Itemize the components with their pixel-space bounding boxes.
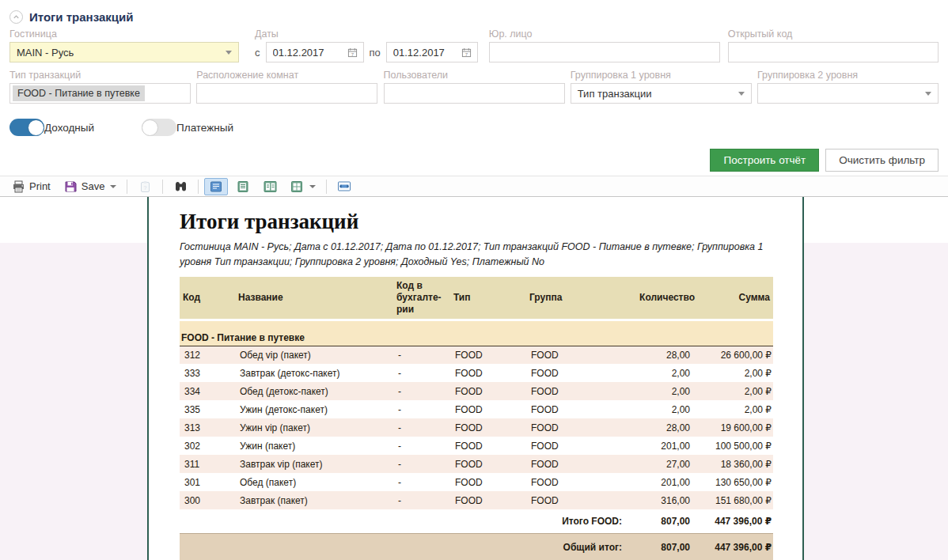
hotel-select[interactable]: MAIN - Русь bbox=[9, 42, 239, 62]
group-header-label: FOOD - Питание в путевке bbox=[180, 320, 773, 346]
grouping1-select[interactable]: Тип транзакции bbox=[571, 83, 752, 104]
table-cell: Ужин (пакет) bbox=[235, 437, 393, 455]
group-total-label: Итого FOOD: bbox=[180, 509, 628, 533]
table-cell: 19 600,00 ₽ bbox=[698, 418, 773, 437]
table-cell: Ужин vip (пакет) bbox=[235, 418, 393, 437]
table-cell: 27,00 bbox=[628, 455, 698, 473]
income-toggle[interactable] bbox=[9, 119, 44, 136]
column-header-accounting-code: Код в бухгалте-рии bbox=[393, 277, 450, 320]
users-input[interactable] bbox=[385, 84, 564, 103]
table-cell: FOOD bbox=[450, 346, 526, 364]
toggle-knob bbox=[28, 119, 44, 136]
table-cell: 18 360,00 ₽ bbox=[698, 455, 773, 473]
calendar-icon[interactable]: 7 bbox=[346, 45, 360, 59]
table-cell: FOOD bbox=[526, 382, 628, 400]
chevron-down-icon bbox=[738, 92, 745, 96]
page-width-button[interactable] bbox=[332, 178, 356, 195]
table-cell: FOOD bbox=[450, 418, 526, 437]
table-cell: - bbox=[393, 437, 450, 455]
table-row: 334Обед (детокс-пакет)-FOODFOOD2,002,00 … bbox=[180, 382, 773, 400]
search-button[interactable] bbox=[169, 178, 192, 195]
table-cell: 28,00 bbox=[628, 418, 698, 437]
table-cell: Обед vip (пакет) bbox=[235, 346, 393, 364]
save-button[interactable]: Save bbox=[59, 178, 122, 195]
table-cell: - bbox=[393, 346, 450, 364]
date-from-input[interactable] bbox=[273, 47, 336, 59]
transaction-type-label: Тип транзакций bbox=[9, 70, 191, 83]
legal-entity-label: Юр. лицо bbox=[489, 28, 720, 42]
chevron-down-icon bbox=[925, 92, 931, 96]
table-cell: 2,00 bbox=[628, 364, 698, 382]
table-cell: Обед (детокс-пакет) bbox=[235, 382, 393, 400]
column-header-quantity: Количество bbox=[628, 277, 698, 320]
grouping1-label: Группировка 1 уровня bbox=[571, 70, 752, 83]
table-cell: 2,00 bbox=[628, 382, 698, 400]
print-button[interactable]: Print bbox=[6, 178, 55, 195]
table-cell: 201,00 bbox=[628, 437, 698, 455]
table-cell: 2,00 ₽ bbox=[698, 382, 773, 400]
table-header-row: Код Название Код в бухгалте-рии Тип Груп… bbox=[180, 277, 773, 320]
table-cell: 130 650,00 ₽ bbox=[698, 473, 773, 491]
date-to-input[interactable] bbox=[393, 47, 457, 59]
calendar-icon[interactable]: 7 bbox=[460, 45, 474, 59]
table-row: 302Ужин (пакет)-FOODFOOD201,00100 500,00… bbox=[180, 437, 773, 455]
room-location-input[interactable] bbox=[197, 84, 377, 103]
grouping2-filter: Группировка 2 уровня bbox=[757, 70, 939, 104]
table-cell: FOOD bbox=[450, 473, 526, 491]
multi-page-grid-button[interactable] bbox=[285, 178, 320, 195]
table-cell: 28,00 bbox=[628, 346, 698, 364]
table-row: 300Завтрак (пакет)-FOODFOOD316,00151 680… bbox=[180, 491, 773, 509]
build-report-button[interactable]: Построить отчёт bbox=[710, 149, 819, 172]
column-header-sum: Сумма bbox=[698, 277, 773, 320]
grand-total-row: Общий итог: 807,00 447 396,00 ₽ bbox=[180, 533, 773, 560]
collapse-panel-button[interactable] bbox=[9, 10, 23, 24]
table-cell: Обед (пакет) bbox=[235, 473, 393, 491]
transaction-type-input[interactable]: FOOD - Питание в путевке bbox=[9, 83, 191, 104]
payment-toggle[interactable] bbox=[142, 119, 176, 136]
grouping1-filter: Группировка 1 уровня Тип транзакции bbox=[571, 70, 752, 104]
legal-entity-input[interactable] bbox=[490, 43, 719, 62]
table-cell: FOOD bbox=[526, 400, 628, 418]
table-cell: 26 600,00 ₽ bbox=[698, 346, 773, 364]
transaction-type-chip: FOOD - Питание в путевке bbox=[13, 85, 145, 101]
table-cell: FOOD bbox=[450, 437, 526, 455]
report-page: Итоги транзакций Гостиница MAIN - Русь; … bbox=[147, 197, 804, 560]
grouping1-select-value: Тип транзакции bbox=[578, 88, 652, 100]
table-cell: Завтрак (пакет) bbox=[235, 491, 393, 509]
table-cell: FOOD bbox=[526, 455, 628, 473]
dates-label: Даты bbox=[255, 28, 478, 42]
date-to-prefix: по bbox=[370, 47, 381, 59]
chevron-down-icon bbox=[110, 185, 116, 188]
single-page-view-button[interactable] bbox=[204, 178, 228, 195]
open-code-input[interactable] bbox=[729, 43, 938, 62]
table-cell: - bbox=[393, 455, 450, 473]
table-cell: 300 bbox=[180, 491, 235, 509]
table-cell: 313 bbox=[180, 418, 235, 437]
table-cell: 2,00 ₽ bbox=[698, 400, 773, 418]
table-cell: FOOD bbox=[526, 491, 628, 509]
report-viewer: Итоги транзакций Гостиница MAIN - Русь; … bbox=[0, 197, 948, 560]
toolbar-separator bbox=[198, 180, 199, 194]
income-toggle-label: Доходный bbox=[44, 122, 94, 134]
continuous-view-button[interactable] bbox=[231, 178, 255, 195]
users-label: Пользователи bbox=[384, 70, 565, 83]
grouping2-select[interactable] bbox=[757, 83, 939, 104]
continuous-view-icon bbox=[236, 180, 250, 194]
clear-filter-button[interactable]: Очистить фильтр bbox=[825, 149, 939, 172]
date-from-field: 7 bbox=[266, 42, 364, 62]
report-title: Итоги транзакций bbox=[180, 210, 772, 234]
two-page-view-button[interactable] bbox=[258, 178, 282, 195]
open-code-label: Открытый код bbox=[728, 28, 939, 42]
table-cell: FOOD bbox=[526, 364, 628, 382]
table-row: 312Обед vip (пакет)-FOODFOOD28,0026 600,… bbox=[180, 346, 773, 364]
table-cell: - bbox=[393, 418, 450, 437]
clipboard-button[interactable]: ? bbox=[133, 178, 157, 195]
group-header-row: FOOD - Питание в путевке bbox=[180, 320, 773, 346]
chevron-up-circle-icon bbox=[12, 13, 21, 21]
date-from-prefix: с bbox=[255, 47, 260, 59]
table-cell: 311 bbox=[180, 455, 235, 473]
chevron-down-icon bbox=[309, 185, 316, 188]
single-page-view-icon bbox=[209, 180, 223, 194]
save-label: Save bbox=[82, 180, 105, 192]
table-cell: FOOD bbox=[450, 382, 526, 400]
